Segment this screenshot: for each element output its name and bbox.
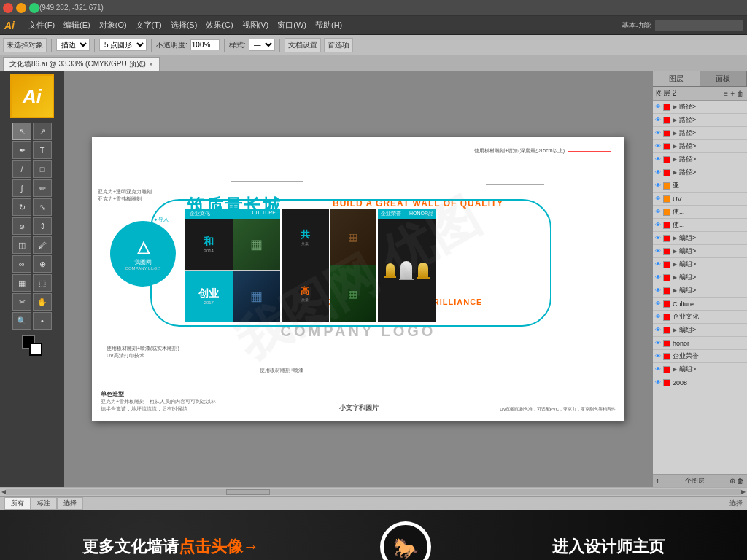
layer-item-8[interactable]: 👁 使...	[653, 206, 747, 219]
width-tool[interactable]: ⇕	[33, 217, 52, 235]
eye-icon-10[interactable]: 👁	[655, 235, 661, 241]
layer-item-7[interactable]: 👁 UV...	[653, 192, 747, 206]
menu-select[interactable]: 选择(S)	[167, 18, 201, 32]
layer-item-20[interactable]: 👁 ▶ 编组>	[653, 363, 747, 376]
tab-close-button[interactable]: ×	[149, 61, 153, 69]
symbol-tool[interactable]: ⊕	[33, 255, 52, 273]
layer-item-15[interactable]: 👁 Culture	[653, 298, 747, 311]
layers-tab[interactable]: 图层	[653, 71, 700, 86]
expand-arrow-13[interactable]: ▶	[673, 274, 677, 281]
eye-icon-13[interactable]: 👁	[655, 274, 661, 281]
scroll-thumb[interactable]	[226, 489, 270, 495]
status-tab-mark[interactable]: 标注	[31, 497, 57, 510]
layer-item-1[interactable]: 👁 ▶ 路径>	[653, 114, 747, 127]
eye-icon-6[interactable]: 👁	[655, 182, 661, 189]
eye-icon-21[interactable]: 👁	[655, 379, 661, 386]
scroll-right-arrow[interactable]: ▶	[741, 489, 746, 495]
eye-icon-14[interactable]: 👁	[655, 287, 661, 294]
expand-arrow-3[interactable]: ▶	[673, 143, 677, 149]
expand-arrow-14[interactable]: ▶	[673, 287, 677, 294]
artboard-tool[interactable]: ⬚	[33, 274, 52, 292]
layer-item-11[interactable]: 👁 ▶ 编组>	[653, 245, 747, 258]
layer-item-5[interactable]: 👁 ▶ 路径>	[653, 166, 747, 179]
layer-item-14[interactable]: 👁 ▶ 编组>	[653, 284, 747, 298]
eye-icon-7[interactable]: 👁	[655, 195, 661, 202]
layer-item-12[interactable]: 👁 ▶ 编组>	[653, 258, 747, 271]
status-tab-all[interactable]: 所有	[4, 497, 31, 510]
eye-icon-3[interactable]: 👁	[655, 143, 661, 149]
direct-select-tool[interactable]: ↗	[33, 122, 52, 140]
status-tab-select[interactable]: 选择	[57, 497, 83, 510]
menu-view[interactable]: 视图(V)	[239, 18, 273, 32]
search-input[interactable]	[655, 20, 743, 31]
layer-item-2[interactable]: 👁 ▶ 路径>	[653, 127, 747, 140]
menu-edit[interactable]: 编辑(E)	[60, 18, 94, 32]
warp-tool[interactable]: ⌀	[12, 217, 31, 235]
eye-icon-12[interactable]: 👁	[655, 261, 661, 268]
zoom-tool[interactable]: 🔍	[12, 312, 31, 330]
minimize-button[interactable]	[16, 3, 26, 13]
shape-selector[interactable]: 5 点圆形	[99, 39, 147, 51]
type-tool[interactable]: T	[33, 141, 52, 159]
layer-delete-icon[interactable]: 🗑	[737, 90, 744, 98]
eye-icon-2[interactable]: 👁	[655, 130, 661, 136]
eye-icon-17[interactable]: 👁	[655, 327, 661, 333]
scroll-track[interactable]	[6, 489, 741, 495]
fill-stroke-control[interactable]	[22, 335, 42, 356]
expand-arrow-0[interactable]: ▶	[673, 104, 677, 110]
layer-add-icon[interactable]: +	[730, 90, 735, 98]
paintbrush-tool[interactable]: ∫	[12, 179, 31, 197]
expand-arrow-5[interactable]: ▶	[673, 169, 677, 176]
layer-item-17[interactable]: 👁 ▶ 编组>	[653, 324, 747, 337]
style-selector[interactable]: —	[249, 39, 275, 51]
opacity-input[interactable]	[190, 39, 220, 50]
eye-icon-18[interactable]: 👁	[655, 340, 661, 346]
expand-arrow-11[interactable]: ▶	[673, 248, 677, 254]
expand-arrow-17[interactable]: ▶	[673, 327, 677, 333]
eye-icon-5[interactable]: 👁	[655, 169, 661, 176]
eye-icon-8[interactable]: 👁	[655, 209, 661, 215]
layer-item-18[interactable]: 👁 honor	[653, 337, 747, 350]
eye-icon-11[interactable]: 👁	[655, 248, 661, 254]
eye-icon-0[interactable]: 👁	[655, 104, 661, 110]
layer-item-19[interactable]: 👁 企业荣誉	[653, 350, 747, 363]
eyedropper-tool[interactable]: 🖉	[33, 236, 52, 254]
canvas-area[interactable]: 我图网 优图 使用板材雕刻+喷漆(深度最少15cm以上) 亚克力+透明亚克力雕刻…	[64, 71, 652, 487]
document-tab[interactable]: 文化墙86.ai @ 33.33% (CMYK/GPU 预览) ×	[3, 57, 160, 71]
eye-icon-20[interactable]: 👁	[655, 366, 661, 373]
layer-item-9[interactable]: 👁 使...	[653, 219, 747, 232]
eye-icon-4[interactable]: 👁	[655, 156, 661, 163]
expand-arrow-4[interactable]: ▶	[673, 156, 677, 163]
prefs-button[interactable]: 首选项	[324, 38, 353, 52]
eye-icon-1[interactable]: 👁	[655, 117, 661, 123]
promo-avatar-circle[interactable]: 🐎	[380, 521, 431, 560]
gradient-tool[interactable]: ◫	[12, 236, 31, 254]
expand-arrow-20[interactable]: ▶	[673, 366, 677, 373]
layer-item-16[interactable]: 👁 企业文化	[653, 311, 747, 324]
doc-settings-button[interactable]: 文档设置	[285, 38, 321, 52]
expand-arrow-10[interactable]: ▶	[673, 235, 677, 241]
new-layer-button[interactable]: ⊕	[729, 477, 735, 485]
blend-tool[interactable]: ∞	[12, 255, 31, 273]
maximize-button[interactable]	[29, 3, 39, 13]
promo-bar[interactable]: 更多文化墙请点击头像→ 🐎 进入设计师主页	[0, 510, 747, 560]
menu-window[interactable]: 窗口(W)	[274, 18, 310, 32]
line-tool[interactable]: /	[12, 160, 31, 178]
close-button[interactable]	[3, 3, 13, 13]
menu-help[interactable]: 帮助(H)	[311, 18, 346, 32]
panels-tab[interactable]: 面板	[700, 71, 748, 86]
layer-item-6[interactable]: 👁 亚...	[653, 179, 747, 192]
eye-icon-15[interactable]: 👁	[655, 300, 661, 307]
menu-text[interactable]: 文字(T)	[132, 18, 166, 32]
eye-icon-9[interactable]: 👁	[655, 222, 661, 228]
stroke-selector[interactable]: 描边	[56, 39, 90, 51]
hand-tool[interactable]: ✋	[33, 293, 52, 311]
extra-tool[interactable]: •	[33, 312, 52, 330]
layer-item-4[interactable]: 👁 ▶ 路径>	[653, 153, 747, 166]
layer-item-3[interactable]: 👁 ▶ 路径>	[653, 140, 747, 153]
scale-tool[interactable]: ⤡	[33, 198, 52, 216]
selection-tool[interactable]: ↖	[12, 122, 31, 140]
rect-tool[interactable]: □	[33, 160, 52, 178]
layer-item-13[interactable]: 👁 ▶ 编组>	[653, 271, 747, 284]
menu-object[interactable]: 对象(O)	[96, 18, 131, 32]
